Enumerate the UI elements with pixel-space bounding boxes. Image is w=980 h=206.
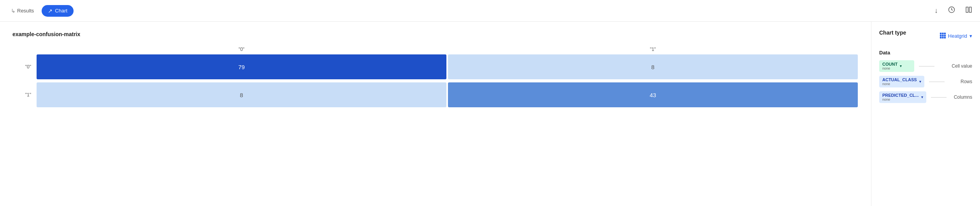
chart-line-icon: ↗ [48,8,53,14]
cell-0-0: 79 [37,54,446,79]
svg-rect-11 [944,37,945,38]
data-row-actual-left: ACTUAL_CLASSnone ▾ [879,76,946,87]
heatgrid-label: Heatgrid [948,33,967,39]
chart-type-label: Chart type [879,30,906,36]
count-dash-line [919,66,934,66]
actual-dash-line [929,82,945,82]
heatgrid-row-1: "1" 8 43 [12,82,859,107]
svg-rect-2 [969,7,971,12]
svg-rect-10 [942,37,943,38]
heatgrid-header: "0" "1" [36,47,859,52]
top-bar-right: ↓ [933,5,974,17]
predicted-row-label: Columns [954,94,972,100]
count-tag[interactable]: COUNTnone ▾ [879,60,914,72]
cell-1-1: 43 [448,82,858,107]
svg-rect-5 [944,32,945,34]
top-bar: ↳ Results ↗ Chart ↓ [0,0,980,22]
results-button[interactable]: ↳ Results [6,5,39,16]
heatgrid-container: "0" "1" "0" 79 8 "1" 8 43 [12,47,859,107]
clock-button[interactable] [947,5,957,17]
predicted-class-tag-label: PREDICTED_CL...none [882,93,919,101]
svg-rect-9 [940,37,941,38]
heatgrid-grid-icon [940,32,946,40]
row-label-1: "1" [12,92,36,98]
data-row-actual: ACTUAL_CLASSnone ▾ Rows [879,76,972,87]
download-icon: ↓ [934,7,938,15]
chart-button[interactable]: ↗ Chart [42,5,74,17]
chart-label: Chart [55,8,67,14]
actual-class-tag-label: ACTUAL_CLASSnone [882,77,917,86]
data-row-predicted: PREDICTED_CL...none ▾ Columns [879,91,972,103]
predicted-class-chevron: ▾ [921,95,923,99]
layout-button[interactable] [964,5,974,17]
predicted-class-tag[interactable]: PREDICTED_CL...none ▾ [879,91,926,103]
heatgrid-row-0: "0" 79 8 [12,54,859,79]
svg-rect-7 [942,35,943,36]
svg-rect-6 [940,35,941,36]
data-row-count: COUNTnone ▾ Cell value [879,60,972,72]
svg-rect-1 [966,7,968,12]
col-header-1: "1" [447,47,859,52]
svg-rect-3 [940,32,941,34]
sidebar: Chart type Heatgrid [871,22,980,206]
clock-icon [948,6,955,15]
actual-class-chevron: ▾ [919,80,921,84]
count-tag-chevron: ▾ [900,64,902,68]
download-button[interactable]: ↓ [933,5,940,16]
heatgrid-type-selector[interactable]: Heatgrid ▾ [940,32,972,40]
results-arrow-icon: ↳ [11,8,16,14]
layout-icon [965,6,972,15]
row-label-0: "0" [12,64,36,70]
results-label: Results [17,8,34,14]
col-header-0: "0" [36,47,447,52]
data-row-count-left: COUNTnone ▾ [879,60,936,72]
data-row-predicted-left: PREDICTED_CL...none ▾ [879,91,948,103]
cell-0-1: 8 [448,54,858,79]
chart-type-row: Chart type Heatgrid [879,30,972,42]
cell-1-0: 8 [37,82,446,107]
svg-rect-8 [944,35,945,36]
data-section-title: Data [879,50,972,56]
top-bar-left: ↳ Results ↗ Chart [6,5,74,17]
predicted-dash-line [931,97,947,98]
heatgrid-chevron-icon: ▾ [969,33,972,39]
chart-area: example-confusion-matrix "0" "1" "0" 79 … [0,22,871,206]
count-tag-label: COUNTnone [882,62,897,70]
svg-rect-4 [942,32,943,34]
actual-class-tag[interactable]: ACTUAL_CLASSnone ▾ [879,76,924,87]
main-content: example-confusion-matrix "0" "1" "0" 79 … [0,22,980,206]
actual-row-label: Rows [961,79,972,84]
chart-title: example-confusion-matrix [12,31,859,37]
count-row-label: Cell value [952,63,972,69]
